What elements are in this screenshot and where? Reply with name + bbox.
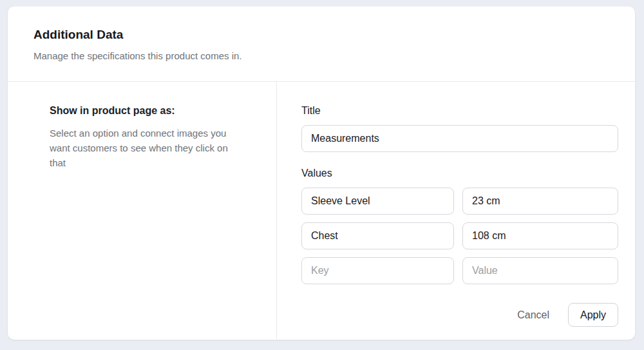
value-row-empty (301, 257, 618, 284)
key-input-empty[interactable] (301, 257, 454, 284)
value-input[interactable] (462, 222, 618, 249)
key-input[interactable] (301, 188, 454, 215)
form-footer: Cancel Apply (301, 303, 618, 327)
value-input[interactable] (462, 188, 618, 215)
title-label: Title (301, 104, 618, 117)
value-input-empty[interactable] (462, 257, 618, 284)
form-panel: Title Values Cancel Apply (277, 82, 635, 339)
card-body: Show in product page as: Select an optio… (8, 82, 635, 339)
page-subtitle: Manage the specifications this product c… (33, 50, 609, 62)
key-input[interactable] (301, 222, 454, 249)
value-row (301, 188, 618, 215)
values-label: Values (301, 167, 618, 180)
apply-button[interactable]: Apply (568, 303, 618, 327)
left-panel-heading: Show in product page as: (50, 104, 251, 117)
card-header: Additional Data Manage the specification… (8, 6, 635, 82)
value-row (301, 222, 618, 249)
left-panel: Show in product page as: Select an optio… (8, 82, 277, 339)
page-title: Additional Data (33, 28, 609, 42)
additional-data-card: Additional Data Manage the specification… (8, 6, 635, 340)
left-panel-description: Select an option and connect images you … (50, 126, 231, 170)
title-input[interactable] (301, 125, 618, 152)
cancel-button[interactable]: Cancel (517, 309, 549, 321)
